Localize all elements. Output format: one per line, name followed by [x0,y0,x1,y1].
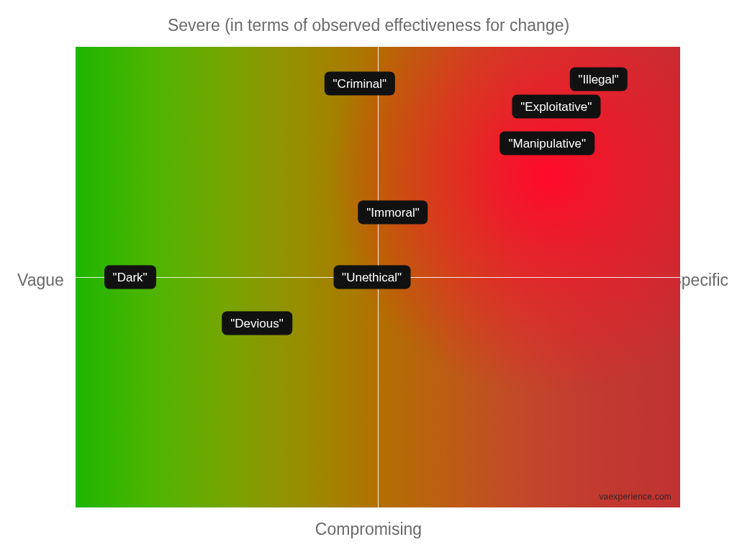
term-criminal: "Criminal" [325,72,395,96]
term-unethical: "Unethical" [333,266,410,289]
axis-label-bottom: Compromising [315,520,422,539]
plot-area: "Dark" "Devious" "Unethical" "Immoral" "… [76,47,680,507]
term-exploitative: "Exploitative" [512,95,600,119]
term-manipulative: "Manipulative" [499,132,594,155]
term-immoral: "Immoral" [358,201,428,225]
quadrant-chart: Severe (in terms of observed effectivene… [0,0,737,560]
term-dark: "Dark" [104,266,156,289]
watermark: vaexperience.com [599,492,672,502]
term-illegal: "Illegal" [569,67,628,91]
axis-label-left: Vague [17,271,64,290]
axis-label-top: Severe (in terms of observed effectivene… [168,16,569,35]
term-devious: "Devious" [222,312,292,335]
